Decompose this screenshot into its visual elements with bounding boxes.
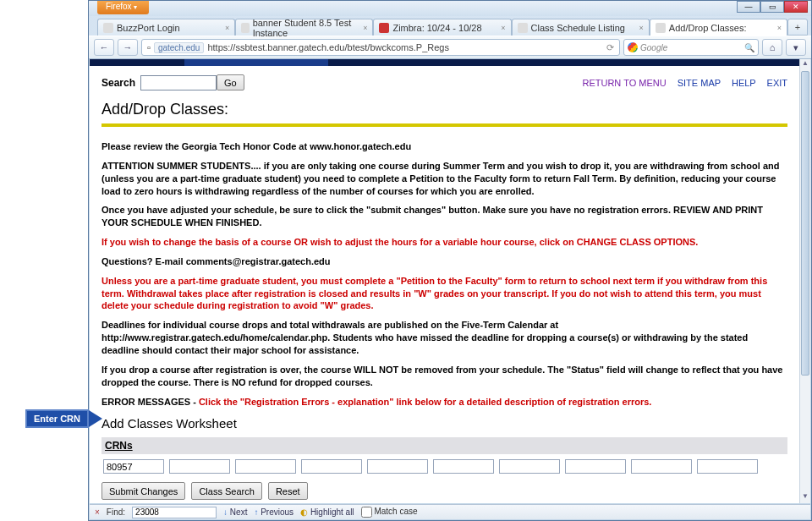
enter-crn-callout: Enter CRN — [25, 409, 102, 428]
highlight-icon: ◐ — [300, 507, 308, 517]
refresh-icon[interactable]: ⟳ — [606, 42, 614, 53]
page-content: Search Go RETURN TO MENU SITE MAP HELP E… — [90, 59, 799, 503]
close-tab-icon[interactable]: × — [363, 24, 367, 32]
crn-input-2[interactable] — [169, 459, 230, 474]
crn-input-4[interactable] — [301, 459, 362, 474]
submit-changes-button[interactable]: Submit Changes — [102, 482, 185, 500]
find-input[interactable] — [132, 507, 217, 518]
find-label: Find: — [107, 507, 125, 517]
help-link[interactable]: HELP — [732, 78, 756, 88]
close-tab-icon[interactable]: × — [639, 24, 644, 32]
bookmarks-button[interactable]: ▾ — [786, 39, 806, 56]
site-search-input[interactable] — [140, 75, 217, 90]
new-tab-button[interactable]: + — [787, 19, 808, 36]
minimize-button[interactable]: — — [737, 1, 760, 13]
exit-link[interactable]: EXIT — [767, 78, 787, 88]
scrollbar-thumb[interactable] — [801, 71, 809, 376]
titlebar: Firefox ▾ — ▭ ✕ — [89, 1, 811, 16]
vertical-scrollbar[interactable]: ▲ ▼ — [799, 59, 810, 503]
page-title: Add/Drop Classes: — [102, 101, 787, 118]
home-button[interactable]: ⌂ — [762, 39, 782, 56]
crn-input-row — [102, 454, 787, 482]
firefox-menu-button[interactable]: Firefox ▾ — [97, 1, 149, 14]
close-tab-icon[interactable]: × — [777, 24, 782, 32]
close-tab-icon[interactable]: × — [225, 24, 229, 32]
close-tab-icon[interactable]: × — [501, 24, 505, 32]
crn-input-7[interactable] — [499, 459, 560, 474]
drop-after-text: If you drop a course after registration … — [102, 364, 787, 389]
scroll-down-icon[interactable]: ▼ — [800, 492, 810, 503]
crn-input-8[interactable] — [565, 459, 626, 474]
favicon-icon — [103, 23, 113, 33]
honor-code-text: Please review the Georgia Tech Honor Cod… — [102, 140, 787, 153]
questions-text: Questions? E-mail comments@registrar.gat… — [102, 255, 787, 268]
worksheet-heading: Add Classes Worksheet — [102, 416, 787, 431]
site-identity-label[interactable]: gatech.edu — [154, 42, 205, 53]
withdrawal-text: Unless you are a part-time graduate stud… — [102, 275, 787, 313]
crn-input-5[interactable] — [367, 459, 428, 474]
url-bar[interactable]: ▫ gatech.edu https://ssbtest.banner.gate… — [141, 39, 620, 56]
class-search-button[interactable]: Class Search — [191, 482, 261, 500]
deadlines-text: Deadlines for individual course drops an… — [102, 319, 787, 357]
favicon-icon — [241, 23, 249, 33]
back-button[interactable]: ← — [94, 39, 114, 56]
site-map-link[interactable]: SITE MAP — [678, 78, 721, 88]
url-text: https://ssbtest.banner.gatech.edu/btest/… — [207, 42, 449, 52]
zimbra-icon — [379, 23, 389, 33]
crn-input-6[interactable] — [433, 459, 494, 474]
tab-zimbra[interactable]: Zimbra: 10/24 - 10/28× — [373, 19, 511, 36]
go-button[interactable]: Go — [217, 74, 244, 90]
maximize-button[interactable]: ▭ — [760, 1, 784, 13]
tab-banner[interactable]: banner Student 8.5 Test Instance× — [235, 19, 373, 36]
search-go-icon[interactable]: 🔍 — [744, 43, 754, 52]
tab-adddrop[interactable]: Add/Drop Classes:× — [650, 19, 787, 36]
find-next-button[interactable]: ↓ Next — [223, 507, 247, 517]
arrow-up-icon: ↑ — [254, 507, 258, 517]
arrow-down-icon: ↓ — [223, 507, 228, 517]
find-bar: × Find: ↓ Next ↑ Previous ◐ Highlight al… — [90, 504, 810, 519]
return-to-menu-link[interactable]: RETURN TO MENU — [582, 78, 666, 88]
submit-reminder-text: Once you have adjusted your schedule, be… — [102, 204, 787, 229]
findbar-close-icon[interactable]: × — [95, 507, 100, 517]
page-icon: ▫ — [147, 42, 151, 52]
search-bar[interactable]: Google 🔍 — [623, 39, 759, 56]
site-search-label: Search — [102, 77, 135, 89]
browser-window: Firefox ▾ — ▭ ✕ BuzzPort Login× banner S… — [88, 0, 812, 521]
tab-schedule[interactable]: Class Schedule Listing× — [512, 19, 650, 36]
favicon-icon — [656, 23, 666, 33]
crns-header: CRNs — [102, 437, 787, 454]
tab-strip: BuzzPort Login× banner Student 8.5 Test … — [89, 16, 811, 36]
tab-buzzport[interactable]: BuzzPort Login× — [97, 19, 235, 36]
highlight-all-button[interactable]: ◐ Highlight all — [300, 507, 354, 517]
nav-toolbar: ← → ▫ gatech.edu https://ssbtest.banner.… — [89, 36, 811, 59]
google-icon — [628, 42, 638, 52]
reset-button[interactable]: Reset — [268, 482, 308, 500]
crn-input-9[interactable] — [631, 459, 692, 474]
crn-input-10[interactable] — [697, 459, 758, 474]
summer-warning-text: ATTENTION SUMMER STUDENTS.... if you are… — [102, 160, 787, 198]
match-case-toggle[interactable]: Match case — [361, 507, 418, 518]
crn-input-3[interactable] — [235, 459, 296, 474]
divider-rule — [102, 123, 787, 127]
close-button[interactable]: ✕ — [784, 1, 808, 13]
crn-input-1[interactable] — [103, 459, 164, 474]
error-messages-text: ERROR MESSAGES - Click the "Registration… — [102, 396, 787, 409]
find-previous-button[interactable]: ↑ Previous — [254, 507, 294, 517]
scroll-up-icon[interactable]: ▲ — [800, 59, 810, 70]
change-options-text: If you wish to change the basis of a cou… — [102, 236, 787, 249]
site-banner-bar — [90, 59, 799, 66]
favicon-icon — [518, 23, 528, 33]
forward-button[interactable]: → — [118, 39, 138, 56]
